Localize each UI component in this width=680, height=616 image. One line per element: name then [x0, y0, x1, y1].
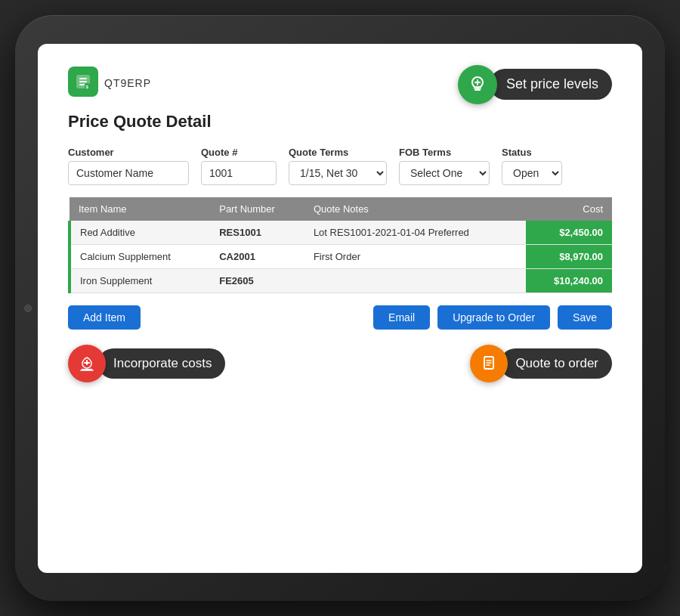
incorporate-costs-label: Incorporate costs	[98, 348, 225, 379]
status-select[interactable]: Open Closed Pending	[502, 161, 562, 185]
cell-item-name: Red Additive	[70, 221, 210, 245]
cell-part-number: FE2605	[210, 268, 304, 293]
tablet-frame: $ QT9ERP Set price levels	[15, 15, 665, 601]
quote-to-order-label: Quote to order	[500, 348, 612, 379]
cell-cost: $10,240.00	[526, 268, 612, 293]
table-row: Red AdditiveRES1001Lot RES1001-2021-01-0…	[70, 221, 612, 245]
svg-rect-4	[474, 88, 481, 91]
status-field-group: Status Open Closed Pending	[502, 147, 562, 185]
cell-quote-notes	[304, 268, 526, 293]
logo-text: QT9ERP	[104, 72, 151, 91]
customer-field-group: Customer	[68, 147, 189, 185]
cell-cost: $2,450.00	[526, 221, 612, 245]
quote-to-order-tooltip[interactable]: Quote to order	[470, 345, 612, 382]
cell-part-number: RES1001	[210, 221, 304, 245]
quote-to-order-icon[interactable]	[470, 345, 508, 382]
quote-terms-label: Quote Terms	[289, 147, 387, 158]
content-area: $ QT9ERP Set price levels	[38, 44, 642, 405]
cell-quote-notes: Lot RES1001-2021-01-04 Preferred	[304, 221, 526, 245]
set-price-tooltip[interactable]: Set price levels	[458, 65, 612, 104]
table-row: Iron SupplementFE2605$10,240.00	[70, 268, 612, 293]
col-header-part-number: Part Number	[210, 197, 304, 221]
add-item-button[interactable]: Add Item	[68, 305, 141, 330]
cell-item-name: Iron Supplement	[70, 268, 210, 293]
table-row: Calcium SupplementCA2001First Order$8,97…	[70, 244, 612, 268]
bottom-tooltips: Incorporate costs Quote to order	[68, 345, 612, 382]
email-button[interactable]: Email	[373, 305, 430, 330]
col-header-item-name: Item Name	[70, 197, 210, 221]
page-title: Price Quote Detail	[68, 112, 612, 132]
col-header-quote-notes: Quote Notes	[304, 197, 526, 221]
logo-icon: $	[68, 67, 98, 97]
cell-item-name: Calcium Supplement	[70, 244, 210, 268]
fob-terms-select[interactable]: Select One FOB Destination FOB Origin	[399, 161, 490, 185]
right-buttons: Email Upgrade to Order Save	[373, 305, 612, 330]
col-header-cost: Cost	[526, 197, 612, 221]
cell-cost: $8,970.00	[526, 244, 612, 268]
fob-terms-field-group: FOB Terms Select One FOB Destination FOB…	[399, 147, 490, 185]
quote-num-input[interactable]	[201, 161, 277, 185]
fob-terms-label: FOB Terms	[399, 147, 490, 158]
incorporate-costs-tooltip[interactable]: Incorporate costs	[68, 345, 225, 382]
cell-quote-notes: First Order	[304, 244, 526, 268]
customer-input[interactable]	[68, 161, 189, 185]
status-label: Status	[502, 147, 562, 158]
quote-table: Item Name Part Number Quote Notes Cost R…	[68, 197, 612, 293]
quote-num-field-group: Quote #	[201, 147, 277, 185]
tablet-screen: $ QT9ERP Set price levels	[38, 44, 642, 573]
incorporate-costs-icon[interactable]	[68, 345, 106, 382]
form-row: Customer Quote # Quote Terms 1/15, Net 3…	[68, 147, 612, 185]
quote-terms-field-group: Quote Terms 1/15, Net 30 Net 30 Net 60	[289, 147, 387, 185]
quote-num-label: Quote #	[201, 147, 277, 158]
cell-part-number: CA2001	[210, 244, 304, 268]
price-levels-icon[interactable]	[458, 65, 497, 104]
set-price-label: Set price levels	[490, 69, 612, 100]
action-row: Add Item Email Upgrade to Order Save	[68, 305, 612, 330]
customer-label: Customer	[68, 147, 189, 158]
quote-terms-select[interactable]: 1/15, Net 30 Net 30 Net 60	[289, 161, 387, 185]
save-button[interactable]: Save	[558, 305, 612, 330]
upgrade-to-order-button[interactable]: Upgrade to Order	[437, 305, 550, 330]
